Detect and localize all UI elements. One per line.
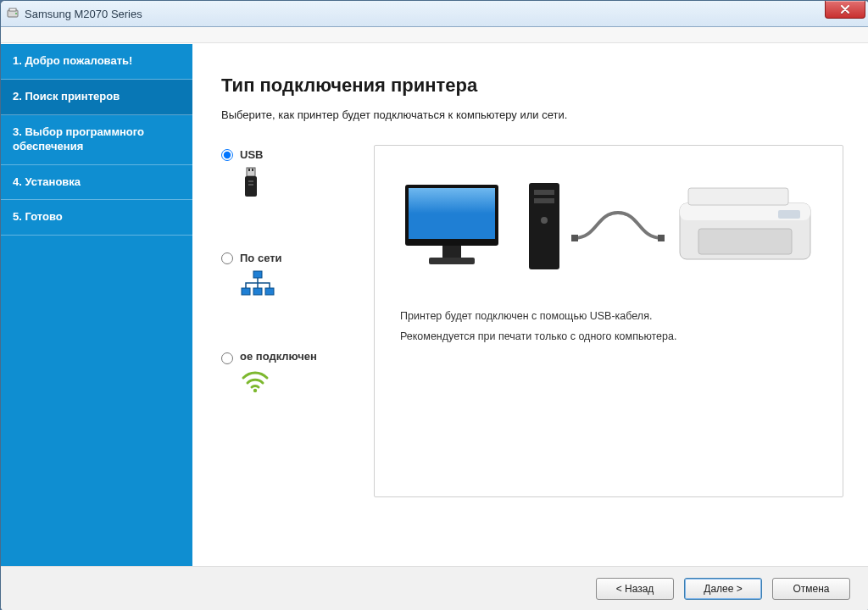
sidebar: 1. Добро пожаловать! 2. Поиск принтеров … (1, 44, 192, 566)
radio-network[interactable] (221, 252, 233, 264)
svg-rect-17 (529, 183, 559, 269)
pc-tower-icon (526, 180, 563, 273)
step-welcome[interactable]: 1. Добро пожаловать! (1, 44, 192, 80)
app-icon (6, 7, 19, 20)
svg-rect-26 (778, 210, 800, 219)
wifi-icon (240, 369, 270, 396)
window-title: Samsung M2070 Series (25, 8, 142, 20)
info-line-1: Принтер будет подключен с помощью USB-ка… (400, 307, 817, 327)
footer: < Назад Далее > Отмена (1, 566, 868, 610)
option-wireless[interactable]: ое подключен (221, 350, 374, 396)
network-icon (240, 269, 275, 301)
body: 1. Добро пожаловать! 2. Поиск принтеров … (1, 43, 868, 566)
back-button[interactable]: < Назад (596, 578, 674, 600)
radio-wireless[interactable] (221, 352, 233, 364)
close-button[interactable] (825, 1, 865, 19)
monitor-icon (400, 180, 510, 273)
svg-rect-22 (658, 235, 665, 241)
svg-rect-21 (571, 235, 578, 241)
option-network-text: По сети (240, 252, 282, 264)
main-panel: Тип подключения принтера Выберите, как п… (192, 44, 868, 566)
option-network-label[interactable]: По сети (221, 252, 282, 264)
installer-window: Samsung M2070 Series 1. Добро пожаловать… (0, 0, 868, 610)
step-finish[interactable]: 5. Готово (1, 200, 192, 236)
step-install[interactable]: 4. Установка (1, 165, 192, 201)
svg-rect-15 (442, 246, 461, 258)
svg-rect-18 (534, 190, 554, 195)
usb-icon (240, 166, 262, 202)
title-bar: Samsung M2070 Series (1, 1, 868, 27)
option-wireless-label[interactable]: ое подключен (221, 350, 317, 364)
option-usb[interactable]: USB (221, 148, 374, 202)
info-panel: Принтер будет подключен с помощью USB-ка… (374, 145, 843, 497)
option-usb-label[interactable]: USB (221, 148, 263, 161)
svg-rect-25 (698, 229, 792, 254)
printer-icon (673, 180, 817, 273)
svg-rect-3 (247, 168, 255, 176)
sub-titlebar (1, 27, 868, 43)
radio-usb[interactable] (221, 149, 233, 161)
svg-rect-6 (245, 176, 257, 197)
svg-rect-4 (248, 169, 250, 171)
cancel-button[interactable]: Отмена (772, 578, 850, 600)
info-text: Принтер будет подключен с помощью USB-ка… (400, 307, 817, 347)
svg-rect-7 (253, 271, 262, 278)
step-search-printers[interactable]: 2. Поиск принтеров (1, 80, 192, 115)
svg-rect-8 (242, 288, 250, 295)
option-wireless-text: ое подключен (240, 350, 317, 363)
option-network[interactable]: По сети (221, 252, 374, 301)
connection-options: USB (221, 145, 374, 396)
svg-rect-16 (429, 258, 475, 264)
svg-point-20 (541, 217, 548, 224)
svg-rect-27 (688, 188, 788, 205)
option-usb-text: USB (240, 148, 263, 161)
window-controls (825, 1, 865, 19)
usb-illustration (400, 180, 817, 273)
svg-rect-5 (252, 169, 253, 171)
cable-icon (571, 201, 665, 252)
svg-point-11 (253, 389, 257, 392)
svg-point-2 (15, 13, 17, 14)
step-select-software[interactable]: 3. Выбор программного обеспечения (1, 115, 192, 165)
svg-rect-14 (409, 188, 495, 214)
svg-rect-19 (534, 198, 554, 203)
next-button[interactable]: Далее > (684, 578, 762, 600)
info-line-2: Рекомендуется при печати только с одного… (400, 327, 817, 347)
svg-rect-9 (253, 288, 262, 295)
svg-rect-10 (265, 288, 274, 295)
page-subtitle: Выберите, как принтер будет подключаться… (221, 108, 843, 121)
svg-rect-1 (9, 8, 16, 11)
page-title: Тип подключения принтера (221, 75, 843, 97)
connection-choice-row: USB (221, 145, 843, 497)
